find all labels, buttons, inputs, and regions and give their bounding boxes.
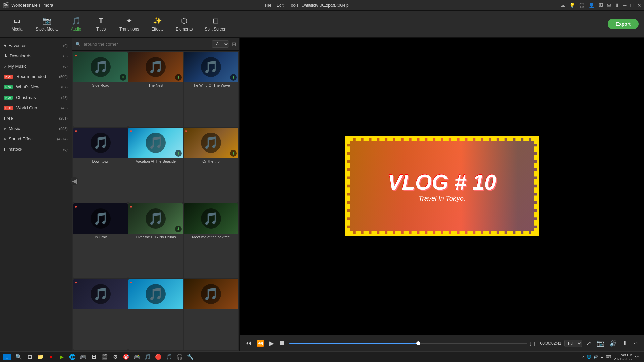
- menu-file[interactable]: File: [265, 3, 271, 8]
- split-screen-tool[interactable]: ⊟ Split Screen: [199, 14, 232, 34]
- headphone-icon[interactable]: 🎧: [579, 3, 585, 8]
- taskbar-app3-icon[interactable]: 🎬: [100, 352, 109, 362]
- audio-card-wing-of-wave[interactable]: 🎵 ⬇ The Wing Of The Wave: [184, 52, 238, 127]
- sidebar-item-christmas[interactable]: New Christmas (43): [0, 92, 72, 103]
- taskbar-app9-icon[interactable]: 🎵: [164, 352, 174, 362]
- taskbar-taskview-icon[interactable]: ⊡: [25, 352, 34, 362]
- taskbar-app2-icon[interactable]: 🖼: [89, 352, 99, 362]
- sidebar-item-whats-new[interactable]: New What's New (67): [0, 82, 72, 92]
- extra2-heart: ♥: [130, 280, 132, 285]
- extra2-music-icon: 🎵: [146, 284, 166, 304]
- taskbar-cloud-icon[interactable]: ☁: [600, 355, 604, 359]
- taskbar-chrome-icon[interactable]: 🌐: [68, 352, 77, 362]
- close-btn[interactable]: ✕: [637, 3, 641, 8]
- effects-tool[interactable]: ✨ Effects: [146, 14, 169, 34]
- bracket-right-icon[interactable]: ]: [534, 341, 535, 346]
- audio-card-the-nest[interactable]: 🎵 ⬇ The Nest: [128, 52, 183, 127]
- search-input[interactable]: [84, 42, 209, 47]
- filter-select[interactable]: All: [212, 40, 229, 48]
- audio-card-extra1[interactable]: ♥ 🎵: [73, 279, 128, 350]
- audio-card-extra2[interactable]: ♥ 🎵: [128, 279, 183, 350]
- sidebar-item-favorites[interactable]: ♥ Favorites (0): [0, 40, 72, 51]
- volume-btn[interactable]: 🔊: [608, 338, 618, 348]
- preview-progress-bar[interactable]: [289, 343, 527, 344]
- bracket-left-icon[interactable]: [: [530, 341, 531, 346]
- taskbar-app10-icon[interactable]: 🎧: [175, 352, 184, 362]
- taskbar-search-icon[interactable]: 🔍: [14, 352, 23, 362]
- taskbar-app4-icon[interactable]: ⚙: [111, 352, 120, 362]
- in-orbit-music-icon: 🎵: [91, 208, 111, 229]
- vacation-dl-icon[interactable]: ⬇: [175, 150, 182, 157]
- cloud-icon[interactable]: ☁: [560, 3, 565, 8]
- audio-tool[interactable]: 🎵 Audio: [64, 14, 88, 34]
- titles-tool[interactable]: T Titles: [89, 14, 113, 34]
- nest-dl-icon[interactable]: ⬇: [175, 74, 182, 81]
- sidebar-item-sound-effect[interactable]: ▶ Sound Effect (4274): [0, 134, 72, 144]
- transitions-tool[interactable]: ✦ Transitions: [114, 14, 144, 34]
- menu-tools[interactable]: Tools: [289, 3, 299, 8]
- sidebar-item-recommended[interactable]: HOT Recommended (500): [0, 71, 72, 82]
- grid-toggle-icon[interactable]: ⊞: [232, 41, 236, 47]
- sidebar-item-downloads[interactable]: ⬇ Downloads (5): [0, 51, 72, 61]
- stock-media-tool[interactable]: 📷 Stock Media: [30, 14, 63, 34]
- taskbar-app5-icon[interactable]: 🎯: [121, 352, 131, 362]
- taskbar-volume-icon[interactable]: 🔊: [593, 355, 598, 359]
- audio-card-meet-oaktree[interactable]: 🎵 Meet me at the oaktree: [184, 203, 238, 279]
- taskbar-app11-icon[interactable]: 🔧: [186, 352, 195, 362]
- audio-card-extra3[interactable]: 🎵: [184, 279, 238, 350]
- settings-icon[interactable]: 💡: [569, 3, 575, 8]
- start-button[interactable]: ⊞: [3, 354, 11, 360]
- over-hill-dl-icon[interactable]: ⬇: [175, 226, 182, 232]
- taskbar-nvidia-icon[interactable]: ▶: [57, 352, 66, 362]
- quality-select[interactable]: Full: [564, 340, 582, 347]
- sidebar-item-music[interactable]: ▶ Music (995): [0, 123, 72, 134]
- sidebar-item-filmstock[interactable]: Filmstock (0): [0, 144, 72, 155]
- audio-card-in-orbit[interactable]: ♥ 🎵 In Orbit: [73, 203, 128, 279]
- menu-edit[interactable]: Edit: [277, 3, 284, 8]
- account-icon[interactable]: 👤: [589, 3, 594, 8]
- stop-btn[interactable]: ⏹: [278, 338, 287, 348]
- taskbar-app7-icon[interactable]: 🎵: [143, 352, 152, 362]
- preview-right-controls: Full ⤢ 📷 🔊 ⬆ ↔: [564, 338, 640, 348]
- on-trip-dl-icon[interactable]: ⬇: [230, 150, 237, 157]
- taskbar-explorer-icon[interactable]: 📁: [36, 352, 45, 362]
- message-icon[interactable]: ✉: [607, 3, 611, 8]
- screenshot-btn[interactable]: 📷: [595, 338, 605, 348]
- audio-card-on-trip[interactable]: ♥ 🎵 ⬇ On the trip: [184, 128, 238, 203]
- side-road-dl-icon[interactable]: ⬇: [120, 74, 126, 81]
- audio-card-over-hill[interactable]: ♥ 🎵 ⬇ Over the Hill - No Drums: [128, 203, 183, 279]
- play-btn[interactable]: ▶: [268, 338, 275, 348]
- taskbar-network-icon[interactable]: 🌐: [587, 355, 591, 359]
- taskbar-app8-icon[interactable]: 🔴: [154, 352, 163, 362]
- elements-tool[interactable]: ⬡ Elements: [170, 14, 198, 34]
- maximize-btn[interactable]: □: [631, 3, 633, 8]
- taskbar-app1-icon[interactable]: 🎮: [78, 352, 88, 362]
- media-tool[interactable]: 🗂 Media: [5, 14, 29, 34]
- taskbar-opera-icon[interactable]: ●: [46, 352, 56, 362]
- export-button[interactable]: Export: [608, 19, 639, 29]
- audio-card-side-road[interactable]: ♥ 🎵 ⬇ Side Road: [73, 52, 128, 127]
- sidebar-item-world-cup[interactable]: HOT World Cup (43): [0, 103, 72, 113]
- gallery-icon[interactable]: 🖼: [598, 3, 603, 8]
- fullscreen-btn[interactable]: ⤢: [585, 338, 593, 348]
- wing-dl-icon[interactable]: ⬇: [230, 74, 237, 81]
- download-icon[interactable]: ⬇: [615, 3, 619, 8]
- audio-card-downtown[interactable]: ♥ 🎵 Downtown: [73, 128, 128, 203]
- taskbar-app6-icon[interactable]: 🎮: [132, 352, 142, 362]
- taskbar-keyboard-icon[interactable]: ⌨: [606, 355, 611, 359]
- sidebar-item-my-music[interactable]: ♪ My Music (0): [0, 61, 72, 71]
- skip-back-btn[interactable]: ⏮: [244, 338, 253, 348]
- taskbar-time-display[interactable]: 11:48 PM 21/12/2022: [614, 353, 632, 361]
- sidebar-item-free[interactable]: Free (251): [0, 113, 72, 123]
- step-back-btn[interactable]: ⏪: [255, 338, 265, 348]
- minimize-btn[interactable]: ─: [623, 3, 627, 8]
- more-btn[interactable]: ↔: [631, 338, 640, 348]
- taskbar-expand-icon[interactable]: ∧: [582, 355, 585, 359]
- export-preview-btn[interactable]: ⬆: [621, 338, 629, 348]
- meet-music-icon: 🎵: [201, 208, 221, 229]
- window-title: Untitled : 00:00:05:00: [301, 3, 343, 8]
- extra2-thumbnail: ♥ 🎵: [128, 279, 183, 309]
- nest-music-icon: 🎵: [146, 57, 166, 77]
- audio-card-vacation[interactable]: ♥ 🎵 ⬇ Vacation At The Seaside: [128, 128, 183, 203]
- nav-arrow-left[interactable]: ◀: [70, 177, 78, 185]
